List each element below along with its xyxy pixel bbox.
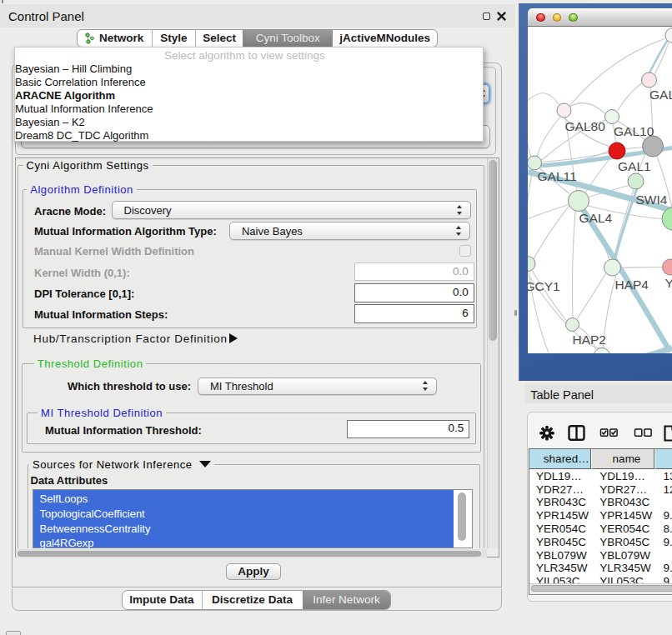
svg-text:GAL4: GAL4 <box>579 211 613 225</box>
svg-text:GAL11: GAL11 <box>538 169 577 183</box>
svg-text:SWI4: SWI4 <box>636 192 668 206</box>
svg-text:GAL1: GAL1 <box>618 159 651 173</box>
svg-text:GCY1: GCY1 <box>528 279 560 293</box>
svg-text:GAL7: GAL7 <box>649 87 672 101</box>
svg-text:YP: YP <box>665 276 672 290</box>
svg-text:GAL80: GAL80 <box>565 119 606 133</box>
svg-text:GAL10: GAL10 <box>614 123 654 138</box>
svg-text:HAP2: HAP2 <box>573 332 607 346</box>
svg-text:HAP4: HAP4 <box>615 278 649 292</box>
